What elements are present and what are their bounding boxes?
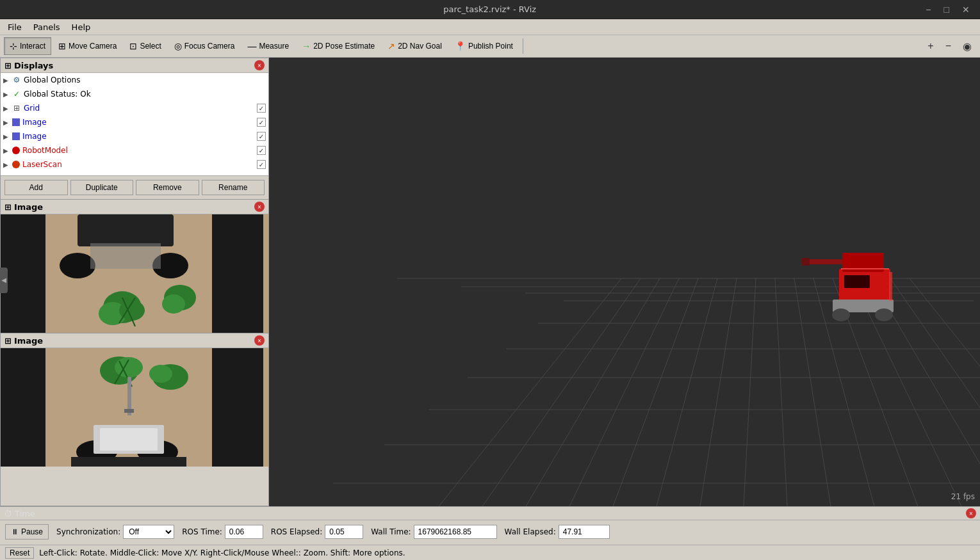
time-panel-label: Time	[15, 509, 35, 518]
grid-checkbox[interactable]: ✓	[257, 104, 266, 113]
ros-time-label: ROS Time:	[182, 527, 222, 536]
nav-goal-tool[interactable]: ↗ 2D Nav Goal	[382, 37, 448, 55]
svg-point-11	[162, 294, 185, 314]
ros-elapsed-input[interactable]	[325, 525, 363, 539]
time-close-button[interactable]: ×	[966, 508, 976, 518]
publish-point-tool[interactable]: 📍 Publish Point	[449, 37, 519, 55]
duplicate-button[interactable]: Duplicate	[70, 180, 134, 195]
publish-point-label: Publish Point	[468, 42, 513, 51]
displays-header: ⊞ Displays ×	[1, 58, 268, 73]
svg-rect-16	[212, 348, 263, 467]
robotmodel-icon	[12, 147, 20, 154]
time-title-group: ⏱ Time	[4, 509, 35, 518]
wall-elapsed-field: Wall Elapsed:	[505, 525, 610, 539]
zoom-out-button[interactable]: −	[941, 37, 956, 55]
wall-elapsed-input[interactable]	[559, 525, 610, 539]
interact-icon: ⊹	[10, 41, 17, 51]
reset-button[interactable]: Reset	[5, 547, 34, 559]
time-panel: ⏱ Time × ⏸ Pause Synchronization: Off Ex…	[0, 506, 980, 545]
image-icon-2	[12, 132, 20, 140]
image-icon-1	[12, 118, 20, 126]
publish-point-icon: 📍	[455, 41, 466, 51]
display-item-laserscan[interactable]: ▶ LaserScan ✓	[1, 157, 268, 172]
svg-point-62	[832, 308, 850, 321]
rename-button[interactable]: Rename	[202, 180, 265, 195]
menubar: File Panels Help	[0, 19, 980, 35]
image-1-svg	[1, 214, 268, 333]
fps-display: 21 fps	[951, 492, 975, 501]
image-1-checkbox[interactable]: ✓	[257, 118, 266, 127]
image-panel-1-icon: ⊞	[4, 202, 12, 212]
displays-close-button[interactable]: ×	[254, 60, 265, 70]
image-panel-1-title: ⊞ Image	[4, 202, 43, 212]
remove-button[interactable]: Remove	[136, 180, 199, 195]
display-item-global-status[interactable]: ▶ ✓ Global Status: Ok	[1, 87, 268, 101]
svg-point-4	[60, 253, 95, 278]
expand-arrow: ▶	[3, 161, 10, 168]
focus-camera-label: Focus Camera	[184, 42, 235, 51]
add-button[interactable]: Add	[4, 180, 68, 195]
expand-arrow: ▶	[3, 119, 10, 126]
focus-camera-icon: ◎	[174, 41, 182, 51]
displays-title: ⊞ Displays	[4, 61, 53, 70]
window-controls: − □ ✕	[922, 3, 974, 16]
3d-view[interactable]: 21 fps	[269, 58, 980, 506]
global-status-icon: ✓	[12, 90, 21, 99]
image-panel-1-close[interactable]: ×	[254, 202, 265, 212]
camera-button[interactable]: ◉	[958, 37, 976, 55]
menu-file[interactable]: File	[3, 21, 27, 33]
measure-tool[interactable]: — Measure	[241, 37, 295, 55]
zoom-in-button[interactable]: +	[923, 37, 938, 55]
display-item-robotmodel[interactable]: ▶ RobotModel ✓	[1, 143, 268, 157]
interact-tool[interactable]: ⊹ Interact	[4, 37, 51, 55]
svg-rect-3	[78, 214, 174, 246]
focus-camera-tool[interactable]: ◎ Focus Camera	[168, 37, 241, 55]
expand-arrow: ▶	[3, 105, 10, 112]
image-panel-2-header: ⊞ Image ×	[1, 333, 268, 348]
image-panel-2: ⊞ Image ×	[0, 333, 269, 506]
sync-select[interactable]: Off Exact Approximate	[123, 525, 174, 539]
collapse-handle[interactable]: ◀	[0, 268, 8, 293]
display-item-grid[interactable]: ▶ ⊞ Grid ✓	[1, 101, 268, 115]
wall-time-label: Wall Time:	[371, 527, 411, 536]
ros-elapsed-label: ROS Elapsed:	[271, 527, 322, 536]
status-hint: Left-Click: Rotate. Middle-Click: Move X…	[39, 548, 405, 557]
menu-help[interactable]: Help	[67, 21, 96, 33]
pose-estimate-label: 2D Pose Estimate	[313, 42, 375, 51]
grid-icon: ⊞	[12, 104, 21, 113]
wall-elapsed-label: Wall Elapsed:	[505, 527, 556, 536]
svg-point-63	[875, 308, 893, 321]
display-item-global-options[interactable]: ▶ ⚙ Global Options	[1, 73, 268, 87]
wall-time-input[interactable]	[414, 525, 497, 539]
image-panel-1-header: ⊞ Image ×	[1, 200, 268, 214]
expand-arrow: ▶	[3, 91, 10, 98]
ros-time-input[interactable]	[225, 525, 263, 539]
laserscan-checkbox[interactable]: ✓	[257, 160, 266, 169]
menu-panels[interactable]: Panels	[28, 21, 65, 33]
select-tool[interactable]: ⊡ Select	[124, 37, 167, 55]
robotmodel-label: RobotModel	[22, 146, 254, 155]
left-panel: ⊞ Displays × ▶ ⚙ Global Options ▶ ✓ Glob…	[0, 58, 269, 506]
image-panel-1-label: Image	[14, 202, 43, 212]
display-item-image-2[interactable]: ▶ Image ✓	[1, 129, 268, 143]
global-status-label: Global Status: Ok	[24, 90, 266, 99]
image-panel-1-content	[1, 214, 268, 333]
display-item-image-1[interactable]: ▶ Image ✓	[1, 115, 268, 129]
robotmodel-checkbox[interactable]: ✓	[257, 146, 266, 155]
svg-rect-15	[1, 348, 45, 467]
close-button[interactable]: ✕	[958, 3, 974, 16]
image-panel-2-title: ⊞ Image	[4, 336, 43, 346]
move-camera-tool[interactable]: ⊞ Move Camera	[53, 37, 122, 55]
maximize-button[interactable]: □	[940, 3, 953, 16]
pause-button[interactable]: ⏸ Pause	[5, 524, 49, 540]
displays-panel: ⊞ Displays × ▶ ⚙ Global Options ▶ ✓ Glob…	[0, 58, 269, 200]
expand-arrow: ▶	[3, 133, 10, 140]
svg-point-20	[149, 365, 172, 383]
pose-estimate-tool[interactable]: → 2D Pose Estimate	[296, 37, 380, 55]
minimize-button[interactable]: −	[922, 3, 935, 16]
measure-label: Measure	[259, 42, 289, 51]
svg-rect-64	[889, 272, 892, 301]
image-2-checkbox[interactable]: ✓	[257, 132, 266, 141]
wall-time-field: Wall Time:	[371, 525, 496, 539]
image-panel-2-close[interactable]: ×	[254, 335, 265, 346]
